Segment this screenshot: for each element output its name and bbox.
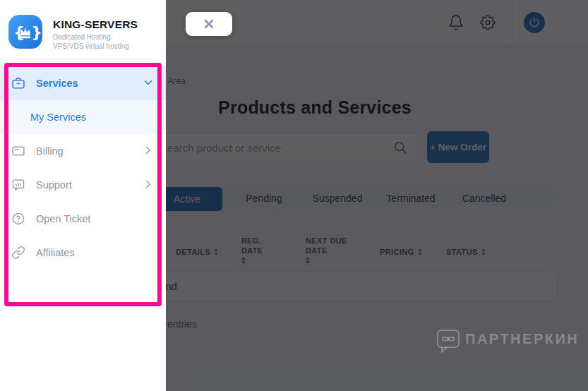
chat-chart-icon <box>11 178 25 192</box>
brand-text: KING-SERVERS Dedicated Hosting. VPS/VDS … <box>53 14 138 51</box>
brand-logo[interactable]: { } KING-SERVERS Dedicated Hosting. VPS/… <box>8 14 138 51</box>
chevron-right-icon <box>142 144 155 157</box>
sidebar-item-label: My Services <box>30 112 86 123</box>
svg-text:}: } <box>31 23 42 41</box>
sidebar-item-label: Support <box>36 179 72 191</box>
sidebar-item-label: Billing <box>36 145 64 157</box>
brand-name: KING-SERVERS <box>53 18 138 31</box>
close-icon <box>202 17 216 31</box>
question-circle-icon <box>11 212 25 226</box>
sidebar-item-label: Services <box>36 78 78 89</box>
sidebar-item-affiliates[interactable]: Affiliates <box>0 236 166 270</box>
sidebar-item-open-ticket[interactable]: Open Ticket <box>0 202 166 236</box>
modal-backdrop[interactable] <box>166 0 588 391</box>
chevron-down-icon <box>142 76 155 89</box>
sidebar-nav: Services My Services Billing <box>0 66 166 270</box>
sidebar-item-label: Open Ticket <box>36 213 90 224</box>
sidebar-item-support[interactable]: Support <box>0 168 166 202</box>
sidebar-item-my-services[interactable]: My Services <box>0 100 166 134</box>
briefcase-icon <box>11 76 25 90</box>
sidebar-item-billing[interactable]: Billing <box>0 134 166 168</box>
link-icon <box>11 246 25 260</box>
client-area-page: Client Area Products and Services + New … <box>0 0 588 391</box>
sidebar-item-services[interactable]: Services <box>0 66 166 100</box>
sidebar-menu: { } KING-SERVERS Dedicated Hosting. VPS/… <box>0 0 166 391</box>
brand-tagline-1: Dedicated Hosting. <box>53 32 138 42</box>
credit-card-icon <box>11 144 25 158</box>
brand-tagline-2: VPS/VDS virtual hosting <box>53 42 138 51</box>
sidebar-item-label: Affiliates <box>36 247 75 258</box>
crown-logo-icon: { } <box>8 14 43 51</box>
chevron-right-icon <box>142 178 155 191</box>
close-menu-button[interactable] <box>186 12 232 36</box>
